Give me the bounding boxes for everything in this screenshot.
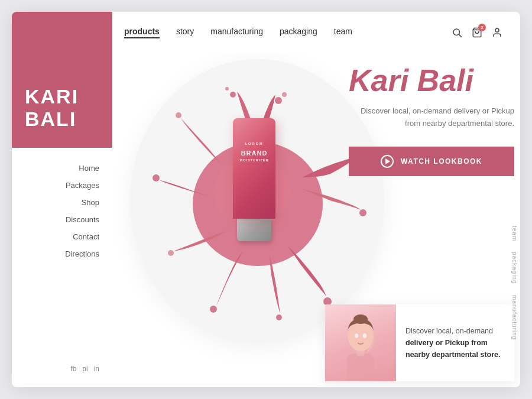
svg-point-15: [210, 306, 217, 313]
play-icon: [381, 155, 394, 168]
sidebar-social: fb pi in: [12, 365, 112, 387]
main-content: products story manufacturing packaging t…: [112, 12, 520, 387]
sidebar-item-contact[interactable]: Contact: [73, 228, 112, 245]
watch-lookbook-button[interactable]: WATCH LOOKBOOK: [349, 147, 514, 176]
brand-name: KARI BALI: [25, 86, 79, 130]
social-in[interactable]: in: [94, 365, 99, 373]
nav-team[interactable]: team: [334, 27, 352, 38]
nav-products[interactable]: products: [124, 27, 160, 38]
nav-links: products story manufacturing packaging t…: [124, 27, 452, 38]
sidebar-item-shop[interactable]: Shop: [82, 194, 112, 211]
brand-block: KARI BALI: [12, 12, 112, 148]
cart-badge: 2: [478, 24, 486, 31]
sidebar-nav: Home Packages Shop Discounts Contact Dir…: [12, 148, 112, 365]
product-tube: LOREM BRAND MOISTURIZER: [225, 118, 284, 254]
vlabel-packaging[interactable]: packaging: [511, 252, 518, 284]
nav-packaging[interactable]: packaging: [280, 27, 317, 38]
svg-point-23: [353, 314, 368, 324]
tube-label: LOREM BRAND MOISTURIZER: [240, 142, 269, 163]
user-button[interactable]: [492, 27, 502, 38]
svg-point-17: [153, 174, 160, 181]
sidebar-item-home[interactable]: Home: [79, 160, 112, 177]
svg-point-11: [359, 209, 366, 216]
cart-button[interactable]: 2: [472, 27, 482, 38]
vlabel-manufacturing[interactable]: manufacturing: [511, 295, 518, 340]
vertical-labels: team packaging manufacturing: [511, 226, 520, 340]
svg-point-7: [230, 92, 236, 98]
svg-point-3: [495, 28, 499, 32]
page-wrapper: KARI BALI Home Packages Shop Discounts C…: [12, 12, 520, 387]
svg-point-8: [225, 87, 229, 90]
tube-body: LOREM BRAND MOISTURIZER: [233, 118, 275, 219]
svg-point-5: [275, 97, 282, 104]
hero-title: Kari Bali: [349, 65, 514, 96]
top-nav: products story manufacturing packaging t…: [112, 12, 520, 53]
svg-point-25: [363, 333, 366, 338]
nav-icons: 2: [452, 27, 502, 38]
sidebar-item-discounts[interactable]: Discounts: [66, 211, 112, 228]
social-fb[interactable]: fb: [70, 365, 76, 373]
svg-line-1: [459, 34, 461, 37]
svg-point-16: [168, 250, 174, 256]
nav-story[interactable]: story: [176, 27, 194, 38]
card-text: Discover local, on-demand delivery or Pi…: [396, 304, 510, 381]
card-image: [325, 304, 396, 381]
card-description: Discover local, on-demand delivery or Pi…: [406, 325, 500, 361]
svg-point-24: [355, 333, 358, 338]
svg-point-14: [276, 314, 282, 320]
hero-section: LOREM BRAND MOISTURIZER Kari Bali Discov…: [112, 53, 520, 387]
sidebar-item-directions[interactable]: Directions: [65, 245, 112, 262]
nav-manufacturing[interactable]: manufacturing: [210, 27, 263, 38]
sidebar-item-packages[interactable]: Packages: [66, 177, 112, 194]
hero-right: Kari Bali Discover local, on-demand deli…: [349, 65, 514, 176]
tube-cap: [237, 219, 271, 241]
svg-point-18: [176, 112, 181, 118]
sidebar: KARI BALI Home Packages Shop Discounts C…: [12, 12, 112, 387]
bottom-card: Discover local, on-demand delivery or Pi…: [325, 304, 514, 381]
play-triangle: [385, 158, 390, 164]
svg-rect-20: [347, 353, 374, 381]
svg-point-6: [282, 92, 287, 97]
hero-description: Discover local, on-demand delivery or Pi…: [349, 105, 514, 130]
person-image: [334, 313, 387, 381]
search-button[interactable]: [452, 27, 462, 38]
vlabel-team[interactable]: team: [511, 226, 518, 241]
social-pi[interactable]: pi: [82, 365, 87, 373]
